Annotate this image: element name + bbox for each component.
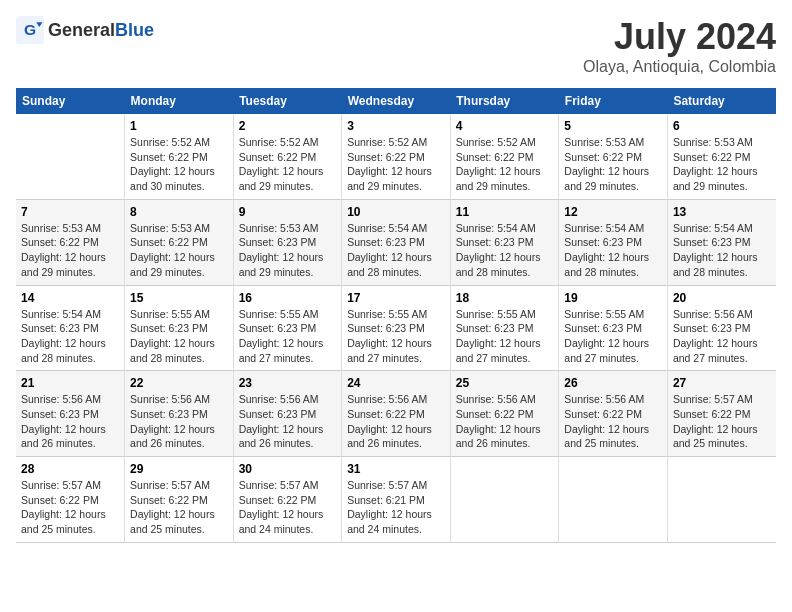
calendar-cell <box>559 457 668 543</box>
weekday-header-friday: Friday <box>559 88 668 114</box>
day-info: Sunrise: 5:53 AM Sunset: 6:23 PM Dayligh… <box>239 221 337 280</box>
day-info: Sunrise: 5:55 AM Sunset: 6:23 PM Dayligh… <box>130 307 228 366</box>
day-number: 27 <box>673 376 771 390</box>
calendar-cell: 6Sunrise: 5:53 AM Sunset: 6:22 PM Daylig… <box>667 114 776 199</box>
calendar-cell: 19Sunrise: 5:55 AM Sunset: 6:23 PM Dayli… <box>559 285 668 371</box>
day-number: 17 <box>347 291 445 305</box>
day-info: Sunrise: 5:55 AM Sunset: 6:23 PM Dayligh… <box>456 307 554 366</box>
day-number: 16 <box>239 291 337 305</box>
day-number: 7 <box>21 205 119 219</box>
day-number: 6 <box>673 119 771 133</box>
calendar-cell: 16Sunrise: 5:55 AM Sunset: 6:23 PM Dayli… <box>233 285 342 371</box>
day-number: 31 <box>347 462 445 476</box>
main-title: July 2024 <box>583 16 776 58</box>
day-number: 18 <box>456 291 554 305</box>
day-info: Sunrise: 5:53 AM Sunset: 6:22 PM Dayligh… <box>673 135 771 194</box>
weekday-header-row: SundayMondayTuesdayWednesdayThursdayFrid… <box>16 88 776 114</box>
day-number: 1 <box>130 119 228 133</box>
svg-text:G: G <box>24 21 36 38</box>
day-info: Sunrise: 5:57 AM Sunset: 6:22 PM Dayligh… <box>130 478 228 537</box>
day-info: Sunrise: 5:57 AM Sunset: 6:22 PM Dayligh… <box>239 478 337 537</box>
day-info: Sunrise: 5:54 AM Sunset: 6:23 PM Dayligh… <box>673 221 771 280</box>
day-info: Sunrise: 5:54 AM Sunset: 6:23 PM Dayligh… <box>456 221 554 280</box>
calendar-cell: 30Sunrise: 5:57 AM Sunset: 6:22 PM Dayli… <box>233 457 342 543</box>
logo-text-blue: Blue <box>115 20 154 41</box>
calendar-cell: 5Sunrise: 5:53 AM Sunset: 6:22 PM Daylig… <box>559 114 668 199</box>
day-info: Sunrise: 5:56 AM Sunset: 6:22 PM Dayligh… <box>456 392 554 451</box>
day-info: Sunrise: 5:52 AM Sunset: 6:22 PM Dayligh… <box>239 135 337 194</box>
day-info: Sunrise: 5:52 AM Sunset: 6:22 PM Dayligh… <box>456 135 554 194</box>
calendar-cell: 3Sunrise: 5:52 AM Sunset: 6:22 PM Daylig… <box>342 114 451 199</box>
calendar-cell: 29Sunrise: 5:57 AM Sunset: 6:22 PM Dayli… <box>125 457 234 543</box>
weekday-header-thursday: Thursday <box>450 88 559 114</box>
calendar-cell: 13Sunrise: 5:54 AM Sunset: 6:23 PM Dayli… <box>667 199 776 285</box>
calendar-cell: 23Sunrise: 5:56 AM Sunset: 6:23 PM Dayli… <box>233 371 342 457</box>
calendar-cell: 9Sunrise: 5:53 AM Sunset: 6:23 PM Daylig… <box>233 199 342 285</box>
calendar-cell: 18Sunrise: 5:55 AM Sunset: 6:23 PM Dayli… <box>450 285 559 371</box>
day-info: Sunrise: 5:53 AM Sunset: 6:22 PM Dayligh… <box>130 221 228 280</box>
calendar-cell: 31Sunrise: 5:57 AM Sunset: 6:21 PM Dayli… <box>342 457 451 543</box>
day-info: Sunrise: 5:57 AM Sunset: 6:22 PM Dayligh… <box>21 478 119 537</box>
calendar-cell: 21Sunrise: 5:56 AM Sunset: 6:23 PM Dayli… <box>16 371 125 457</box>
day-number: 2 <box>239 119 337 133</box>
weekday-header-saturday: Saturday <box>667 88 776 114</box>
day-number: 4 <box>456 119 554 133</box>
calendar-cell: 25Sunrise: 5:56 AM Sunset: 6:22 PM Dayli… <box>450 371 559 457</box>
logo-icon: G <box>16 16 44 44</box>
calendar-cell <box>667 457 776 543</box>
day-number: 29 <box>130 462 228 476</box>
day-info: Sunrise: 5:53 AM Sunset: 6:22 PM Dayligh… <box>564 135 662 194</box>
day-number: 25 <box>456 376 554 390</box>
calendar-cell <box>450 457 559 543</box>
calendar-cell: 22Sunrise: 5:56 AM Sunset: 6:23 PM Dayli… <box>125 371 234 457</box>
day-info: Sunrise: 5:56 AM Sunset: 6:23 PM Dayligh… <box>21 392 119 451</box>
day-number: 14 <box>21 291 119 305</box>
subtitle: Olaya, Antioquia, Colombia <box>583 58 776 76</box>
day-info: Sunrise: 5:56 AM Sunset: 6:23 PM Dayligh… <box>239 392 337 451</box>
day-info: Sunrise: 5:52 AM Sunset: 6:22 PM Dayligh… <box>347 135 445 194</box>
day-number: 26 <box>564 376 662 390</box>
day-info: Sunrise: 5:56 AM Sunset: 6:23 PM Dayligh… <box>673 307 771 366</box>
calendar-cell: 12Sunrise: 5:54 AM Sunset: 6:23 PM Dayli… <box>559 199 668 285</box>
calendar-week-row: 1Sunrise: 5:52 AM Sunset: 6:22 PM Daylig… <box>16 114 776 199</box>
calendar-cell: 1Sunrise: 5:52 AM Sunset: 6:22 PM Daylig… <box>125 114 234 199</box>
calendar-cell: 10Sunrise: 5:54 AM Sunset: 6:23 PM Dayli… <box>342 199 451 285</box>
day-info: Sunrise: 5:53 AM Sunset: 6:22 PM Dayligh… <box>21 221 119 280</box>
weekday-header-monday: Monday <box>125 88 234 114</box>
calendar-week-row: 21Sunrise: 5:56 AM Sunset: 6:23 PM Dayli… <box>16 371 776 457</box>
day-number: 12 <box>564 205 662 219</box>
weekday-header-wednesday: Wednesday <box>342 88 451 114</box>
day-number: 10 <box>347 205 445 219</box>
day-number: 20 <box>673 291 771 305</box>
day-info: Sunrise: 5:56 AM Sunset: 6:22 PM Dayligh… <box>347 392 445 451</box>
page-header: G GeneralBlue July 2024 Olaya, Antioquia… <box>16 16 776 76</box>
weekday-header-sunday: Sunday <box>16 88 125 114</box>
day-number: 15 <box>130 291 228 305</box>
day-info: Sunrise: 5:55 AM Sunset: 6:23 PM Dayligh… <box>347 307 445 366</box>
calendar-cell: 14Sunrise: 5:54 AM Sunset: 6:23 PM Dayli… <box>16 285 125 371</box>
day-info: Sunrise: 5:57 AM Sunset: 6:22 PM Dayligh… <box>673 392 771 451</box>
calendar-week-row: 28Sunrise: 5:57 AM Sunset: 6:22 PM Dayli… <box>16 457 776 543</box>
calendar-cell: 11Sunrise: 5:54 AM Sunset: 6:23 PM Dayli… <box>450 199 559 285</box>
day-number: 19 <box>564 291 662 305</box>
day-info: Sunrise: 5:52 AM Sunset: 6:22 PM Dayligh… <box>130 135 228 194</box>
calendar-cell: 7Sunrise: 5:53 AM Sunset: 6:22 PM Daylig… <box>16 199 125 285</box>
day-info: Sunrise: 5:57 AM Sunset: 6:21 PM Dayligh… <box>347 478 445 537</box>
day-number: 13 <box>673 205 771 219</box>
day-info: Sunrise: 5:55 AM Sunset: 6:23 PM Dayligh… <box>239 307 337 366</box>
calendar-cell: 20Sunrise: 5:56 AM Sunset: 6:23 PM Dayli… <box>667 285 776 371</box>
day-number: 22 <box>130 376 228 390</box>
calendar-cell: 8Sunrise: 5:53 AM Sunset: 6:22 PM Daylig… <box>125 199 234 285</box>
calendar-week-row: 7Sunrise: 5:53 AM Sunset: 6:22 PM Daylig… <box>16 199 776 285</box>
calendar-cell: 17Sunrise: 5:55 AM Sunset: 6:23 PM Dayli… <box>342 285 451 371</box>
calendar-cell: 4Sunrise: 5:52 AM Sunset: 6:22 PM Daylig… <box>450 114 559 199</box>
day-number: 30 <box>239 462 337 476</box>
calendar-table: SundayMondayTuesdayWednesdayThursdayFrid… <box>16 88 776 543</box>
calendar-cell: 26Sunrise: 5:56 AM Sunset: 6:22 PM Dayli… <box>559 371 668 457</box>
calendar-cell: 27Sunrise: 5:57 AM Sunset: 6:22 PM Dayli… <box>667 371 776 457</box>
calendar-cell: 28Sunrise: 5:57 AM Sunset: 6:22 PM Dayli… <box>16 457 125 543</box>
day-number: 8 <box>130 205 228 219</box>
day-info: Sunrise: 5:54 AM Sunset: 6:23 PM Dayligh… <box>347 221 445 280</box>
calendar-cell <box>16 114 125 199</box>
day-info: Sunrise: 5:54 AM Sunset: 6:23 PM Dayligh… <box>21 307 119 366</box>
